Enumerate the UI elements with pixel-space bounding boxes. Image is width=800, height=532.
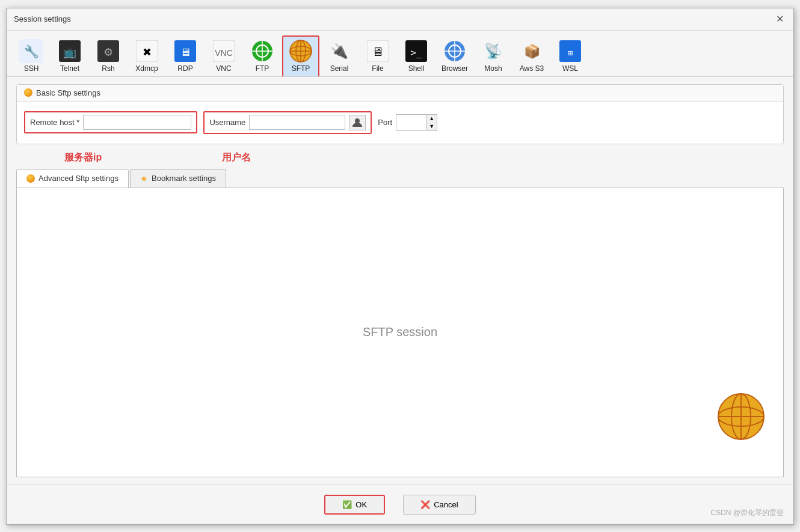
svg-text:VNC: VNC xyxy=(215,48,233,58)
tab-content-area: SFTP session xyxy=(16,188,784,477)
annotation-row: 服务器ip 用户名 xyxy=(16,150,784,169)
protocol-browser-label: Browser xyxy=(442,64,468,73)
protocol-wsl-label: WSL xyxy=(562,64,578,73)
telnet-icon: 📺 xyxy=(58,39,82,63)
rdp-icon: 🖥 xyxy=(173,39,197,63)
tabs-bar: Advanced Sftp settings ★ Bookmark settin… xyxy=(16,169,784,188)
protocol-rsh[interactable]: ⚙ Rsh xyxy=(90,37,127,76)
protocol-toolbar: 🔧 SSH 📺 Telnet ⚙ Rsh ✖ Xdmcp xyxy=(7,31,793,77)
protocol-sftp-label: SFTP xyxy=(292,64,310,73)
bookmark-star-icon: ★ xyxy=(140,174,148,183)
remote-host-input[interactable] xyxy=(83,115,191,130)
basic-sftp-panel: Basic Sftp settings Remote host * Userna… xyxy=(16,84,784,144)
basic-sftp-body: Remote host * Username Port 22 xyxy=(17,102,783,144)
sftp-icon xyxy=(289,39,313,63)
protocol-sftp[interactable]: SFTP xyxy=(282,35,319,76)
protocol-serial-label: Serial xyxy=(330,64,349,73)
username-group: Username xyxy=(203,111,372,134)
svg-text:✖: ✖ xyxy=(143,46,152,58)
svg-text:⚙: ⚙ xyxy=(103,46,113,58)
protocol-vnc[interactable]: VNC VNC xyxy=(205,37,242,76)
protocol-ftp-label: FTP xyxy=(256,64,269,73)
ok-icon: ✅ xyxy=(342,500,352,509)
serial-icon: 🔌 xyxy=(327,39,351,63)
username-label: Username xyxy=(209,118,245,127)
svg-text:🔧: 🔧 xyxy=(24,44,39,59)
svg-text:>_: >_ xyxy=(410,47,422,58)
port-input-wrap: 22 ▲ ▼ xyxy=(396,114,437,131)
remote-host-label: Remote host * xyxy=(30,118,79,127)
protocol-vnc-label: VNC xyxy=(216,64,231,73)
protocol-ftp[interactable]: FTP xyxy=(244,37,281,76)
ssh-icon: 🔧 xyxy=(19,39,43,63)
shell-icon: >_ xyxy=(404,39,428,63)
tab-advanced-sftp[interactable]: Advanced Sftp settings xyxy=(16,169,129,188)
protocol-rdp-label: RDP xyxy=(177,64,192,73)
main-content: Basic Sftp settings Remote host * Userna… xyxy=(7,77,793,485)
sftp-globe-decoration xyxy=(717,393,765,441)
cancel-label: Cancel xyxy=(434,500,458,509)
protocol-shell[interactable]: >_ Shell xyxy=(398,37,435,76)
ok-button[interactable]: ✅ OK xyxy=(324,495,385,515)
protocol-mosh[interactable]: 📡 Mosh xyxy=(475,37,512,76)
svg-text:🖥: 🖥 xyxy=(180,46,191,58)
wsl-icon: ⊞ xyxy=(558,39,582,63)
protocol-ssh[interactable]: 🔧 SSH xyxy=(13,37,50,76)
port-input[interactable]: 22 xyxy=(396,114,426,131)
port-down-button[interactable]: ▼ xyxy=(426,123,437,130)
vnc-icon: VNC xyxy=(212,39,236,63)
protocol-telnet[interactable]: 📺 Telnet xyxy=(51,37,88,76)
footer: ✅ OK ❌ Cancel CSDN @弹化琴的雷登 xyxy=(7,485,793,524)
svg-text:🖥: 🖥 xyxy=(372,45,384,58)
basic-sftp-header: Basic Sftp settings xyxy=(17,85,783,102)
svg-text:📦: 📦 xyxy=(524,43,541,60)
protocol-wsl[interactable]: ⊞ WSL xyxy=(552,37,589,76)
title-bar: Session settings ✕ xyxy=(7,8,793,31)
browser-icon xyxy=(443,39,467,63)
advanced-tab-dot xyxy=(26,174,35,183)
file-icon: 🖥 xyxy=(366,39,390,63)
svg-text:📡: 📡 xyxy=(484,42,502,60)
protocol-awss3-label: Aws S3 xyxy=(520,64,544,73)
sftp-session-label: SFTP session xyxy=(363,325,437,339)
close-button[interactable]: ✕ xyxy=(774,13,786,25)
ok-label: OK xyxy=(355,500,367,509)
svg-text:📺: 📺 xyxy=(63,46,77,59)
svg-text:🔌: 🔌 xyxy=(330,42,348,60)
bookmark-tab-label: Bookmark settings xyxy=(152,174,216,183)
dialog-title: Session settings xyxy=(14,14,71,23)
advanced-sftp-tab-label: Advanced Sftp settings xyxy=(38,174,118,183)
session-settings-dialog: Session settings ✕ 🔧 SSH 📺 Telnet ⚙ Rsh xyxy=(6,8,794,525)
cancel-button[interactable]: ❌ Cancel xyxy=(403,495,475,515)
port-group: Port 22 ▲ ▼ xyxy=(378,114,437,131)
protocol-file[interactable]: 🖥 File xyxy=(359,37,396,76)
protocol-shell-label: Shell xyxy=(408,64,425,73)
protocol-file-label: File xyxy=(372,64,383,73)
port-up-button[interactable]: ▲ xyxy=(426,115,437,123)
protocol-awss3[interactable]: 📦 Aws S3 xyxy=(513,37,550,76)
user-browse-button[interactable] xyxy=(349,115,366,130)
svg-text:⊞: ⊞ xyxy=(568,48,573,58)
tab-bookmark[interactable]: ★ Bookmark settings xyxy=(130,169,226,188)
server-ip-annotation: 服务器ip xyxy=(64,151,102,164)
username-input[interactable] xyxy=(249,115,345,130)
protocol-rsh-label: Rsh xyxy=(102,64,114,73)
mosh-icon: 📡 xyxy=(481,39,505,63)
protocol-rdp[interactable]: 🖥 RDP xyxy=(167,37,204,76)
username-annotation: 用户名 xyxy=(222,151,251,164)
protocol-mosh-label: Mosh xyxy=(484,64,502,73)
protocol-ssh-label: SSH xyxy=(24,64,39,73)
protocol-xdmcp[interactable]: ✖ Xdmcp xyxy=(128,37,165,76)
ftp-icon xyxy=(250,39,274,63)
protocol-xdmcp-label: Xdmcp xyxy=(135,64,158,73)
orange-dot-icon xyxy=(24,88,32,97)
csdn-watermark: CSDN @弹化琴的雷登 xyxy=(710,508,784,518)
protocol-serial[interactable]: 🔌 Serial xyxy=(321,37,358,76)
xdmcp-icon: ✖ xyxy=(135,39,159,63)
protocol-browser[interactable]: Browser xyxy=(436,37,473,76)
basic-sftp-title: Basic Sftp settings xyxy=(36,88,100,97)
cancel-icon: ❌ xyxy=(420,500,430,509)
awss3-icon: 📦 xyxy=(520,39,544,63)
svg-point-35 xyxy=(355,118,360,123)
rsh-icon: ⚙ xyxy=(96,39,120,63)
